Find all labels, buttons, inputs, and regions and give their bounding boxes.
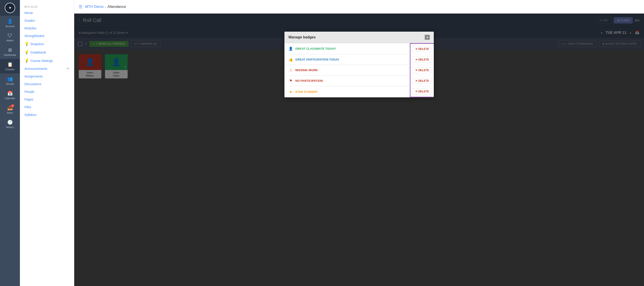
hamburger-button[interactable]: ☰ <box>79 4 82 9</box>
delete-x-icon: ✕ <box>415 79 418 82</box>
inbox-badge: 3 <box>11 104 14 107</box>
delete-label: DELETE <box>418 79 429 82</box>
delete-btn-wrapper-2: ✕ DELETE <box>410 54 434 65</box>
dashboard-icon: ⊞ <box>8 47 12 53</box>
delete-btn-wrapper-3: ✕ DELETE <box>410 65 434 75</box>
bullet-icon: 💡 <box>24 50 29 54</box>
delete-label: DELETE <box>418 90 429 93</box>
sidebar-link-files[interactable]: Files <box>20 103 74 111</box>
modal-title: Manage badges <box>288 35 316 39</box>
no-participation-icon: ⚑ <box>288 79 293 83</box>
people-label: People <box>24 90 34 94</box>
no-participation-label: NO PARTICIPATION <box>295 79 406 82</box>
delete-label: DELETE <box>418 58 429 61</box>
home-label: Home <box>24 11 33 15</box>
delete-x-icon: ✕ <box>415 58 418 61</box>
breadcrumb-app[interactable]: MTH Demo <box>85 5 104 9</box>
logo-icon: ✦ <box>5 3 15 13</box>
modules-label: Modules <box>24 26 36 30</box>
sidebar-item-label: Account <box>6 25 14 27</box>
delete-x-icon: ✕ <box>415 90 418 93</box>
badge-row-great-classmate: 👤 GREAT CLASSMATE TODAY! <box>284 43 410 54</box>
snapshot-label: Snapshot <box>30 42 44 46</box>
sidebar-link-gradebook[interactable]: 💡 Gradebook <box>20 48 74 56</box>
sidebar-link-snapshot[interactable]: 💡 Snapshot <box>20 40 74 48</box>
bullet-icon: 💡 <box>24 42 29 46</box>
sidebar-link-syllabus[interactable]: Syllabus <box>20 111 74 119</box>
badge-row-missing-work: ⚠ MISSING WORK <box>284 65 410 75</box>
missing-work-icon: ⚠ <box>288 68 293 72</box>
breadcrumb-separator: › <box>105 5 106 9</box>
great-participation-label: GREAT PARTICIPATION TODAY <box>295 58 406 61</box>
breadcrumb-current: Attendance <box>108 5 126 9</box>
badge-row-container: ★ STAR STUDENT ✕ DELETE <box>284 86 434 97</box>
sidebar-item-groups[interactable]: 👥 Groups <box>0 73 20 88</box>
sidebar-item-label: Inbox <box>7 111 13 114</box>
delete-btn-wrapper-5: ✕ DELETE <box>410 86 434 97</box>
sidebar-link-pages[interactable]: Pages <box>20 96 74 103</box>
main-content: ☰ MTH Demo › Attendance ‹ Roll Call ≡ LI… <box>74 0 644 286</box>
delete-label: DELETE <box>418 47 429 51</box>
star-student-label: STAR STUDENT <box>295 90 406 94</box>
top-bar: ☰ MTH Demo › Attendance <box>74 0 644 13</box>
account-icon: 👤 <box>7 18 13 24</box>
sidebar-item-dashboard[interactable]: ⊞ Dashboard <box>0 44 20 59</box>
sidebar-item-inbox[interactable]: 📥 3 Inbox <box>0 102 20 117</box>
course-label: BTS 22-23 <box>20 3 74 9</box>
modal-close-button[interactable]: ✕ <box>425 35 430 40</box>
delete-star-student-button[interactable]: ✕ DELETE <box>413 89 432 94</box>
star-student-icon: ★ <box>288 90 293 94</box>
delete-x-icon: ✕ <box>415 69 418 72</box>
sidebar-item-label: Dashboard <box>4 54 16 56</box>
calendar-icon: 📅 <box>7 91 13 96</box>
sidebar-link-modules[interactable]: Modules <box>20 24 74 32</box>
great-participation-icon: 👍 <box>288 57 293 62</box>
delete-great-classmate-button[interactable]: ✕ DELETE <box>413 46 432 52</box>
discussions-label: Discussions <box>24 82 42 86</box>
admin-icon: 🛡 <box>8 33 12 38</box>
courses-icon: 📋 <box>7 62 13 67</box>
delete-great-participation-button[interactable]: ✕ DELETE <box>413 57 432 63</box>
delete-btn-wrapper-4: ✕ DELETE <box>410 76 434 86</box>
sidebar-item-account[interactable]: 👤 Account <box>0 16 20 30</box>
badge-row-container: ⚠ MISSING WORK ✕ DELETE <box>284 65 434 76</box>
gradebook-label: Gradebook <box>30 51 46 54</box>
app-logo[interactable]: ✦ <box>0 0 20 16</box>
sidebar-link-home[interactable]: Home <box>20 9 74 17</box>
history-icon: 🕐 <box>7 120 13 125</box>
breadcrumb: MTH Demo › Attendance <box>85 5 126 9</box>
delete-missing-work-button[interactable]: ✕ DELETE <box>413 67 432 73</box>
sidebar-link-strongminded[interactable]: StrongMinded <box>20 32 74 40</box>
sidebar-link-announcements[interactable]: Announcements 👁 <box>20 65 74 73</box>
sidebar-link-grades[interactable]: Grades <box>20 17 74 24</box>
badge-row-container: ⚑ NO PARTICIPATION ✕ DELETE <box>284 76 434 86</box>
missing-work-label: MISSING WORK <box>295 68 406 72</box>
pages-label: Pages <box>24 98 34 101</box>
great-classmate-label: GREAT CLASSMATE TODAY! <box>295 47 406 50</box>
grades-label: Grades <box>24 19 35 22</box>
sidebar-link-people[interactable]: People <box>20 88 74 96</box>
sidebar-item-label: Calendar <box>5 97 15 100</box>
syllabus-label: Syllabus <box>24 113 36 117</box>
badge-row-container: 👍 GREAT PARTICIPATION TODAY ✕ DELETE <box>284 54 434 65</box>
groups-icon: 👥 <box>7 76 13 82</box>
sidebar-link-course-settings[interactable]: 💡 Course Settings <box>20 56 74 65</box>
sidebar-item-courses[interactable]: 📋 Courses <box>0 59 20 73</box>
badge-row-no-participation: ⚑ NO PARTICIPATION <box>284 76 410 86</box>
badge-row-great-participation: 👍 GREAT PARTICIPATION TODAY <box>284 54 410 65</box>
sidebar-item-admin[interactable]: 🛡 Admin <box>0 30 20 44</box>
sidebar-item-label: History <box>6 126 14 129</box>
sidebar-item-calendar[interactable]: 📅 Calendar <box>0 88 20 102</box>
announcements-label: Announcements <box>24 67 47 70</box>
content-area: ‹ Roll Call ≡ LIST ⊞ CLASS ⚙▾ Kindergart… <box>74 13 644 286</box>
course-settings-label: Course Settings <box>30 59 53 63</box>
delete-no-participation-button[interactable]: ✕ DELETE <box>413 78 432 84</box>
great-classmate-icon: 👤 <box>288 46 293 51</box>
sidebar-item-history[interactable]: 🕐 History <box>0 117 20 131</box>
delete-btn-wrapper-1: ✕ DELETE <box>410 43 434 54</box>
sidebar-link-assignments[interactable]: Assignments <box>20 73 74 80</box>
sidebar-link-discussions[interactable]: Discussions <box>20 80 74 88</box>
badge-row-container: 👤 GREAT CLASSMATE TODAY! ✕ DELETE <box>284 43 434 54</box>
assignments-label: Assignments <box>24 75 42 78</box>
delete-x-icon: ✕ <box>415 47 418 51</box>
